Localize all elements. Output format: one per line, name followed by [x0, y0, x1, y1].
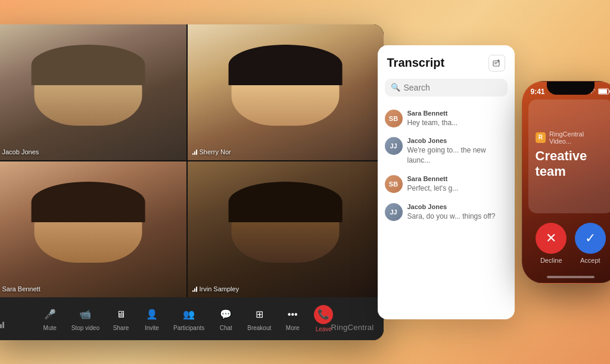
more-button[interactable]: ••• More	[278, 303, 307, 335]
phone-notch	[547, 82, 595, 95]
more-icon: •••	[284, 306, 301, 323]
video-cell-jacob: Jacob Jones	[0, 24, 186, 160]
decline-button[interactable]: ✕ Decline	[536, 223, 567, 264]
mute-button[interactable]: 🎤 Mute	[36, 303, 64, 335]
message-content-2: Jacob Jones We're going to... the new la…	[407, 137, 508, 166]
stop-video-button[interactable]: 📹 Stop video	[67, 303, 104, 335]
participant-label-sherry: Sherry Nor	[192, 148, 231, 155]
message-sender-2: Jacob Jones	[407, 137, 508, 144]
toolbar: 🎤 Mute 📹 Stop video 🖥 Share 👤 Invite 👥 P…	[0, 297, 384, 340]
video-cell-irvin: Irvin Sampley	[188, 161, 384, 297]
search-icon: 🔍	[391, 83, 400, 92]
list-item: JJ Jacob Jones Sara, do you w... things …	[378, 198, 515, 226]
mute-icon: 🎤	[42, 306, 58, 323]
share-label: Share	[113, 325, 129, 331]
breakout-label: Breakout	[247, 325, 271, 331]
avatar-jacob-2: JJ	[385, 203, 403, 221]
message-content-1: Sara Bennett Hey team, tha...	[407, 110, 508, 128]
message-sender-1: Sara Bennett	[407, 110, 508, 117]
chat-label: Chat	[220, 325, 232, 331]
message-text-4: Sara, do you w... things off?	[407, 211, 508, 222]
participant-label-irvin: Irvin Sampley	[192, 285, 239, 293]
list-item: SB Sara Bennett Perfect, let's g...	[378, 170, 515, 198]
participants-label: Participants	[173, 325, 204, 331]
stop-video-label: Stop video	[71, 325, 99, 331]
transcript-header: Transcript	[378, 45, 515, 76]
participant-label-sara: Sara Bennett	[0, 285, 41, 293]
invite-button[interactable]: 👤 Invite	[138, 303, 166, 335]
participants-button[interactable]: 👥 Participants	[169, 303, 209, 335]
phone-actions: ✕ Decline ✓ Accept	[522, 217, 611, 276]
participants-icon: 👥	[180, 306, 197, 323]
brand-label: RingCentral	[331, 323, 374, 332]
message-sender-4: Jacob Jones	[407, 203, 508, 210]
participant-name-jacob: Jacob Jones	[2, 148, 39, 155]
svg-rect-9	[599, 89, 607, 94]
participant-name-irvin: Irvin Sampley	[200, 285, 239, 293]
invite-icon: 👤	[144, 306, 160, 323]
search-input[interactable]	[404, 83, 502, 92]
tablet: Jacob Jones Sherry Nor Sara Benn	[0, 24, 384, 340]
signal-bars-sherry	[192, 149, 197, 155]
chat-button[interactable]: 💬 Chat	[211, 303, 240, 335]
message-sender-3: Sara Bennett	[407, 175, 508, 182]
ringcentral-app-icon: R	[536, 132, 546, 143]
message-content-4: Jacob Jones Sara, do you w... things off…	[407, 203, 508, 222]
phone-time: 9:41	[531, 88, 545, 96]
avatar-sara-1: SB	[385, 110, 403, 127]
message-text-1: Hey team, tha...	[407, 118, 508, 128]
leave-phone-icon: 📞	[314, 305, 333, 324]
avatar-sara-2: SB	[385, 175, 403, 193]
share-button[interactable]: 🖥 Share	[107, 303, 135, 335]
participant-label-jacob: Jacob Jones	[0, 148, 39, 155]
stop-video-icon: 📹	[77, 306, 94, 323]
leave-label: Leave	[316, 326, 332, 332]
decline-label: Decline	[540, 257, 562, 264]
signal-bars-irvin	[192, 286, 197, 292]
invite-label: Invite	[145, 325, 159, 331]
transcript-title: Transcript	[387, 56, 445, 70]
accept-label: Accept	[580, 257, 600, 264]
list-item: JJ Jacob Jones We're going to... the new…	[378, 132, 515, 170]
messages-list: SB Sara Bennett Hey team, tha... JJ Jaco…	[378, 102, 515, 319]
notif-app-row: R RingCentral Video...	[536, 130, 606, 145]
video-grid: Jacob Jones Sherry Nor Sara Benn	[0, 24, 384, 297]
video-cell-sara: Sara Bennett	[0, 161, 186, 297]
participant-name-sherry: Sherry Nor	[200, 148, 231, 155]
video-cell-sherry: Sherry Nor	[188, 24, 384, 160]
accept-button[interactable]: ✓ Accept	[575, 223, 606, 264]
avatar-jacob-1: JJ	[385, 137, 403, 155]
breakout-button[interactable]: ⊞ Breakout	[242, 303, 276, 335]
chat-icon: 💬	[217, 306, 234, 323]
scene-container: Jacob Jones Sherry Nor Sara Benn	[13, 13, 597, 352]
phone-call-title: Creative team	[536, 148, 606, 180]
phone: 9:41	[522, 81, 611, 284]
more-label: More	[286, 325, 300, 331]
message-text-2: We're going to... the new launc...	[407, 145, 508, 166]
search-bar[interactable]: 🔍	[385, 79, 508, 97]
message-text-3: Perfect, let's g...	[407, 183, 508, 194]
decline-circle: ✕	[536, 223, 567, 254]
share-icon: 🖥	[113, 306, 129, 323]
phone-notification: R RingCentral Video... Creative team	[528, 99, 611, 213]
home-indicator	[547, 276, 595, 278]
list-item: SB Sara Bennett Hey team, tha...	[378, 105, 515, 133]
transcript-panel: Transcript 🔍 SB Sara Bennett	[378, 45, 515, 319]
toolbar-signal	[0, 322, 4, 328]
mute-label: Mute	[43, 325, 57, 331]
message-content-3: Sara Bennett Perfect, let's g...	[407, 175, 508, 194]
export-icon[interactable]	[488, 55, 505, 71]
notif-app-name: RingCentral Video...	[549, 130, 606, 145]
battery-icon	[598, 88, 611, 95]
participant-name-sara: Sara Bennett	[2, 285, 41, 293]
breakout-icon: ⊞	[251, 306, 267, 323]
accept-circle: ✓	[575, 223, 606, 254]
